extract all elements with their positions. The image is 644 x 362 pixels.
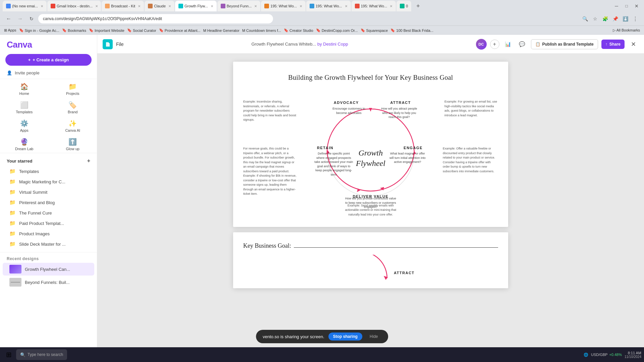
sidebar-item-dream-lab[interactable]: 🔮 Dream Lab: [0, 134, 49, 153]
file-icon-box[interactable]: [103, 39, 113, 49]
tab-8[interactable]: 195: What Wo... ✕: [306, 1, 351, 11]
label-advocacy: ADVOCACY: [334, 101, 359, 105]
sidebar-item-canva-ai[interactable]: ✨ Canva AI: [49, 116, 97, 134]
folder-magic-marketing[interactable]: 📁 Magic Marketing for C...: [3, 177, 94, 187]
bookmark-providence[interactable]: 🔖 Providence at Atlant...: [159, 28, 201, 33]
engage-side-text: Example: Offer a valuable freebie or dis…: [443, 146, 498, 174]
bookmark-destini[interactable]: 🔖 DestiniCopp.com Or...: [316, 28, 358, 33]
recent-thumb-1: [9, 265, 21, 274]
bookmark-social[interactable]: 🔖 Social Curator: [127, 28, 156, 33]
app-container: Canva + + Create a design 👤 Invite peopl…: [0, 35, 644, 361]
bookmark-bookmarks[interactable]: 🔖 Bookmarks: [62, 28, 86, 33]
folder-templates[interactable]: 📁 Templates: [3, 166, 94, 176]
tab-9[interactable]: 195: What Wo... ✕: [352, 1, 396, 11]
create-design-button[interactable]: + + Create a design: [5, 54, 92, 66]
tab-7[interactable]: 195: What Wo... ✕: [261, 1, 306, 11]
tab-1[interactable]: (No new emai... ✕: [3, 1, 47, 11]
add-collaborator-button[interactable]: +: [490, 40, 499, 49]
search-taskbar[interactable]: 🔍 Type here to search: [16, 349, 67, 360]
sidebar-item-home[interactable]: 🏠 Home: [0, 79, 49, 98]
brand-icon: 🏷️: [68, 101, 77, 109]
bookmark-headline[interactable]: M Headline Generator: [203, 28, 239, 33]
goal-line: Key Business Goal:: [243, 242, 498, 249]
close-window-button[interactable]: ✕: [632, 1, 641, 11]
refresh-button[interactable]: ↻: [27, 14, 36, 23]
tab-3[interactable]: Broadcast - Kit ✕: [102, 1, 144, 11]
url-bar[interactable]: canva.com/design/DAGWApWKp1c/2Of3PIppreK…: [38, 14, 273, 23]
add-starred-button[interactable]: +: [87, 158, 90, 164]
forward-button[interactable]: →: [15, 14, 25, 23]
comments-icon[interactable]: 💬: [517, 39, 528, 50]
bookmarks-bar: ⊞ Apps 🔖 Sign in - Google Ac... 🔖 Bookma…: [0, 25, 644, 35]
bookmark-countdown[interactable]: M Countdown timers f...: [242, 28, 281, 33]
tab-5-active[interactable]: Growth Flyw... ✕: [175, 1, 217, 11]
folder-slide-deck[interactable]: 📁 Slide Deck Master for ...: [3, 239, 94, 249]
canvas-page-2: Key Business Goal: ATTRACT: [233, 232, 508, 288]
canva-logo[interactable]: Canva: [0, 35, 97, 51]
extension-icon-3[interactable]: ⬇️: [621, 14, 630, 23]
canvas-area[interactable]: Building the Growth Flywheel for Your Ke…: [97, 54, 644, 348]
header-title: Growth Flywheel Canva Whiteb... by Desti…: [251, 42, 348, 47]
browser-menu-icon[interactable]: ⋮: [631, 14, 640, 23]
hide-screen-share-button[interactable]: Hide: [366, 333, 381, 341]
tab-10[interactable]: 0: [396, 1, 411, 11]
recent-item-beyond-funnels[interactable]: Beyond Funnels: Buil...: [3, 276, 94, 289]
extension-icon-2[interactable]: 📌: [610, 14, 620, 23]
extension-icon-1[interactable]: 🧩: [600, 14, 610, 23]
time-display: 8:11 AM 11/10/2024: [625, 351, 641, 359]
tab-6[interactable]: Beyond Funn... ✕: [217, 1, 261, 11]
main-area: File Growth Flywheel Canva Whiteb... by …: [97, 35, 644, 361]
analytics-icon[interactable]: 📊: [503, 39, 514, 50]
folder-product-images[interactable]: 📁 Product Images: [3, 229, 94, 239]
recent-item-growth-flywheel[interactable]: Growth Flywheel Can...: [3, 263, 94, 276]
sidebar-item-apps[interactable]: ⚙️ Apps: [0, 116, 49, 134]
folder-funnel-cure[interactable]: 📁 The Funnel Cure: [3, 208, 94, 218]
minimize-button[interactable]: ─: [612, 1, 621, 11]
screen-share-message: vento.so is sharing your screen.: [263, 334, 324, 339]
page-2-flywheel-partial: ATTRACT: [243, 255, 498, 282]
header-avatar[interactable]: DC: [476, 39, 487, 50]
star-toolbar-icon[interactable]: ☆: [590, 14, 600, 23]
browser-chrome: (No new emai... ✕ Gmail Inbox - destin..…: [0, 0, 644, 35]
starred-section: Your starred + 📁 Templates 📁 Magic Marke…: [0, 153, 97, 252]
invite-people-button[interactable]: 👤 Invite people: [0, 68, 97, 77]
projects-icon: 📁: [68, 82, 77, 90]
bookmark-creator[interactable]: 🔖 Creator Studio: [284, 28, 313, 33]
folder-icon: 📁: [9, 168, 16, 174]
home-icon: 🏠: [20, 82, 29, 90]
stop-sharing-button[interactable]: Stop sharing: [328, 333, 362, 341]
file-label[interactable]: File: [116, 42, 124, 47]
search-toolbar-icon[interactable]: 🔍: [580, 14, 590, 23]
close-editor-button[interactable]: ✕: [628, 39, 639, 50]
folder-paid-product[interactable]: 📁 Paid Product Templat...: [3, 218, 94, 228]
publish-brand-template-button[interactable]: 📋 Publish as Brand Template: [531, 39, 598, 49]
sublabel-retain: Define the specific point where engaged …: [314, 152, 354, 177]
share-button[interactable]: ↑ Share: [601, 40, 625, 49]
publish-icon: 📋: [535, 42, 540, 47]
tab-4[interactable]: Claude ✕: [145, 1, 174, 11]
plus-icon: +: [28, 57, 31, 62]
sidebar-item-glow-up[interactable]: ⬆️ Glow up: [49, 134, 97, 153]
deliver-value-example: Example: Send weekly emails with actiona…: [340, 203, 401, 217]
new-tab-button[interactable]: +: [413, 1, 423, 11]
sidebar-item-brand[interactable]: 🏷️ Brand: [49, 98, 97, 116]
bookmark-100best[interactable]: 🔖 100 Best Black Frida...: [390, 28, 433, 33]
address-bar: ← → ↻ canva.com/design/DAGWApWKp1c/2Of3P…: [0, 12, 644, 25]
bookmark-squarespace[interactable]: 🔖 Squarespace: [361, 28, 388, 33]
apps-icon[interactable]: ⊞ Apps: [4, 28, 16, 33]
tab-2[interactable]: Gmail Inbox - destin... ✕: [47, 1, 101, 11]
folder-virtual-summit[interactable]: 📁 Virtual Summit: [3, 187, 94, 197]
folder-pinterest-blog[interactable]: 📁 Pinterest and Blog: [3, 197, 94, 207]
sidebar-item-projects[interactable]: 📁 Projects: [49, 79, 97, 98]
maximize-button[interactable]: □: [622, 1, 631, 11]
page-title: Building the Growth Flywheel for Your Ke…: [243, 74, 498, 81]
goal-underline: [294, 247, 498, 248]
network-icon[interactable]: 🌐: [584, 353, 588, 357]
back-button[interactable]: ←: [4, 14, 13, 23]
bookmark-important[interactable]: 🔖 Important Website: [89, 28, 124, 33]
sidebar-item-templates[interactable]: ⬜ Templates: [0, 98, 49, 116]
screen-share-bar: vento.so is sharing your screen. Stop sh…: [256, 330, 388, 343]
sublabel-engage: What lead magnet or offer will turn init…: [389, 152, 426, 164]
bookmark-google-signin[interactable]: 🔖 Sign in - Google Ac...: [19, 28, 59, 33]
start-button[interactable]: ⊞: [3, 349, 15, 361]
